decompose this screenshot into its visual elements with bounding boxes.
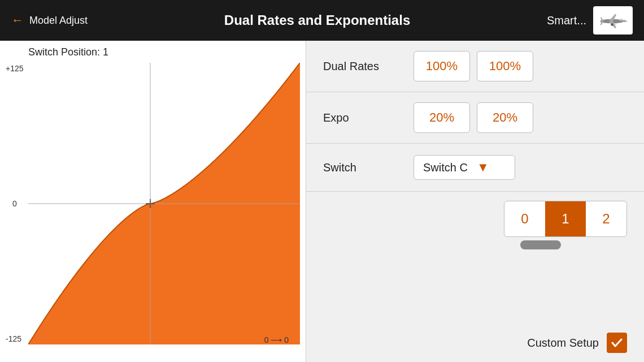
graph-panel: Switch Position: 1 +125 0 -125 0 ⟶ 0 xyxy=(0,41,306,362)
switch-selector-label: Switch xyxy=(323,161,414,174)
back-arrow-icon: ← xyxy=(11,13,24,28)
position-row: 0 1 2 xyxy=(306,192,644,249)
position-1[interactable]: 1 xyxy=(545,201,586,236)
dual-rates-label: Dual Rates xyxy=(323,60,414,73)
checkmark-icon xyxy=(610,336,624,350)
expo-value-1[interactable]: 20% xyxy=(414,102,470,133)
y-axis-top-label: +125 xyxy=(6,64,24,73)
dual-rates-value-1[interactable]: 100% xyxy=(414,51,470,81)
svg-point-8 xyxy=(611,23,613,26)
expo-value-2[interactable]: 20% xyxy=(477,102,533,133)
custom-setup-row: Custom Setup xyxy=(306,324,644,362)
header: ← Model Adjust Dual Rates and Exponentia… xyxy=(0,0,644,41)
back-button[interactable]: ← Model Adjust xyxy=(11,13,88,28)
custom-setup-checkbox[interactable] xyxy=(607,333,627,353)
expo-label: Expo xyxy=(323,111,414,124)
y-axis-bottom-label: -125 xyxy=(6,334,21,343)
model-info: Smart... xyxy=(547,6,633,35)
plane-svg xyxy=(596,9,630,32)
switch-position-label: Switch Position: 1 xyxy=(28,46,300,58)
y-axis-zero-label: 0 xyxy=(12,199,17,208)
switch-dropdown[interactable]: Switch C ▼ xyxy=(414,155,515,180)
custom-setup-label: Custom Setup xyxy=(527,337,599,350)
switch-selected-value: Switch C xyxy=(423,161,468,174)
back-label: Model Adjust xyxy=(29,15,88,27)
position-0[interactable]: 0 xyxy=(504,201,545,236)
main-content: Switch Position: 1 +125 0 -125 0 ⟶ 0 Dua… xyxy=(0,41,644,362)
model-icon[interactable] xyxy=(593,6,633,35)
model-name: Smart... xyxy=(547,14,586,27)
svg-point-7 xyxy=(619,19,624,21)
position-2[interactable]: 2 xyxy=(586,201,626,236)
dual-rates-value-2[interactable]: 100% xyxy=(477,51,533,81)
svg-marker-2 xyxy=(624,20,628,22)
page-title: Dual Rates and Exponentials xyxy=(224,12,410,28)
position-selector: 0 1 2 xyxy=(504,201,627,237)
dropdown-arrow-icon: ▼ xyxy=(477,160,489,175)
expo-row: Expo 20% 20% xyxy=(306,92,644,144)
dual-rates-values: 100% 100% xyxy=(414,51,533,81)
expo-values: 20% 20% xyxy=(414,102,533,133)
dual-rates-row: Dual Rates 100% 100% xyxy=(306,41,644,92)
x-axis-label: 0 ⟶ 0 xyxy=(264,335,289,344)
graph-canvas xyxy=(28,63,300,344)
graph-container: +125 0 -125 0 ⟶ 0 xyxy=(28,63,300,344)
position-slider-indicator xyxy=(520,240,561,249)
right-panel: Dual Rates 100% 100% Expo 20% 20% Switch… xyxy=(306,41,644,362)
switch-selector-row: Switch Switch C ▼ xyxy=(306,144,644,192)
